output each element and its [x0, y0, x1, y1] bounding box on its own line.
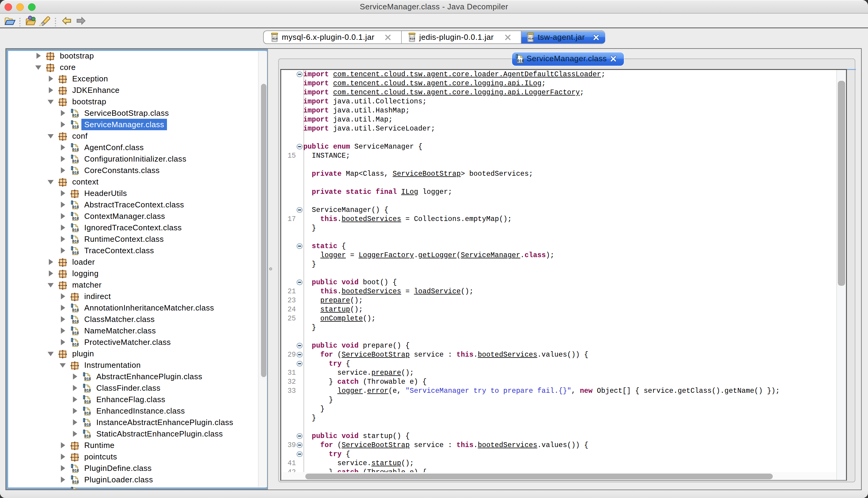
svg-text:010: 010 — [85, 434, 91, 438]
svg-text:010: 010 — [72, 159, 79, 163]
svg-text:010: 010 — [72, 148, 79, 152]
svg-text:010: 010 — [72, 480, 79, 484]
svg-text:010: 010 — [72, 125, 79, 129]
svg-text:010: 010 — [72, 205, 79, 209]
svg-text:010: 010 — [72, 240, 79, 244]
svg-text:010: 010 — [72, 469, 79, 473]
svg-text:010: 010 — [272, 37, 278, 40]
svg-text:010: 010 — [72, 309, 79, 312]
svg-text:010: 010 — [72, 171, 79, 175]
svg-text:010: 010 — [72, 228, 79, 232]
svg-text:010: 010 — [72, 217, 79, 221]
svg-text:010: 010 — [517, 59, 523, 63]
svg-text:010: 010 — [528, 37, 533, 40]
svg-text:010: 010 — [72, 251, 79, 255]
svg-text:010: 010 — [410, 37, 415, 40]
svg-text:010: 010 — [85, 389, 91, 393]
svg-text:010: 010 — [72, 331, 79, 335]
svg-text:010: 010 — [72, 114, 79, 118]
svg-text:010: 010 — [72, 343, 79, 347]
svg-text:010: 010 — [85, 411, 91, 416]
svg-text:010: 010 — [85, 377, 91, 381]
svg-text:010: 010 — [72, 320, 79, 324]
svg-text:010: 010 — [85, 400, 91, 404]
svg-text:010: 010 — [85, 423, 91, 427]
